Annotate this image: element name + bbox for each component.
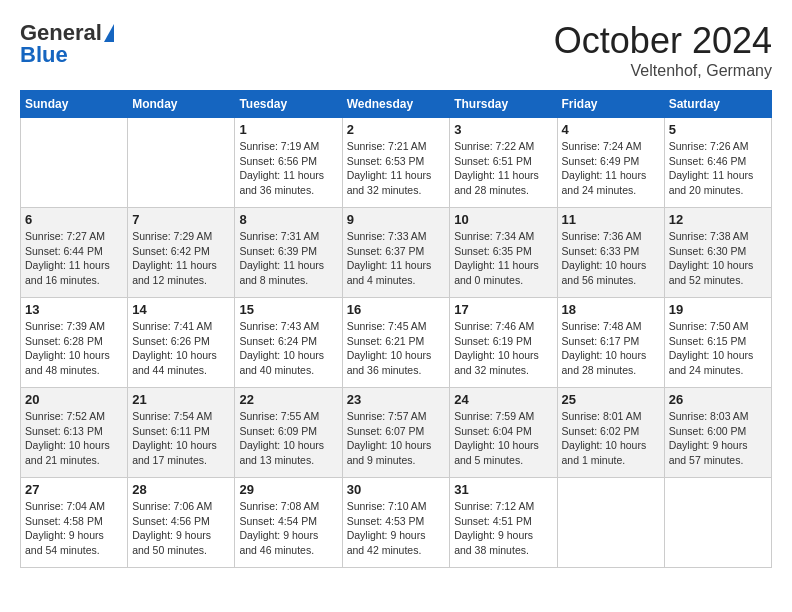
day-number: 17	[454, 302, 552, 317]
cell-content: Sunrise: 8:01 AM Sunset: 6:02 PM Dayligh…	[562, 409, 660, 468]
day-number: 7	[132, 212, 230, 227]
cell-content: Sunrise: 7:19 AM Sunset: 6:56 PM Dayligh…	[239, 139, 337, 198]
calendar-cell: 4Sunrise: 7:24 AM Sunset: 6:49 PM Daylig…	[557, 118, 664, 208]
calendar-cell: 28Sunrise: 7:06 AM Sunset: 4:56 PM Dayli…	[128, 478, 235, 568]
cell-content: Sunrise: 7:29 AM Sunset: 6:42 PM Dayligh…	[132, 229, 230, 288]
day-number: 18	[562, 302, 660, 317]
cell-content: Sunrise: 7:57 AM Sunset: 6:07 PM Dayligh…	[347, 409, 446, 468]
calendar-cell: 8Sunrise: 7:31 AM Sunset: 6:39 PM Daylig…	[235, 208, 342, 298]
day-number: 19	[669, 302, 767, 317]
cell-content: Sunrise: 7:50 AM Sunset: 6:15 PM Dayligh…	[669, 319, 767, 378]
cell-content: Sunrise: 7:41 AM Sunset: 6:26 PM Dayligh…	[132, 319, 230, 378]
day-number: 4	[562, 122, 660, 137]
cell-content: Sunrise: 7:08 AM Sunset: 4:54 PM Dayligh…	[239, 499, 337, 558]
calendar-cell: 12Sunrise: 7:38 AM Sunset: 6:30 PM Dayli…	[664, 208, 771, 298]
cell-content: Sunrise: 7:48 AM Sunset: 6:17 PM Dayligh…	[562, 319, 660, 378]
cell-content: Sunrise: 7:06 AM Sunset: 4:56 PM Dayligh…	[132, 499, 230, 558]
calendar-cell	[557, 478, 664, 568]
day-number: 24	[454, 392, 552, 407]
calendar-table: SundayMondayTuesdayWednesdayThursdayFrid…	[20, 90, 772, 568]
calendar-cell: 6Sunrise: 7:27 AM Sunset: 6:44 PM Daylig…	[21, 208, 128, 298]
calendar-cell: 23Sunrise: 7:57 AM Sunset: 6:07 PM Dayli…	[342, 388, 450, 478]
day-number: 13	[25, 302, 123, 317]
day-number: 27	[25, 482, 123, 497]
cell-content: Sunrise: 7:34 AM Sunset: 6:35 PM Dayligh…	[454, 229, 552, 288]
day-number: 5	[669, 122, 767, 137]
calendar-cell: 31Sunrise: 7:12 AM Sunset: 4:51 PM Dayli…	[450, 478, 557, 568]
day-number: 9	[347, 212, 446, 227]
cell-content: Sunrise: 7:52 AM Sunset: 6:13 PM Dayligh…	[25, 409, 123, 468]
calendar-week-4: 27Sunrise: 7:04 AM Sunset: 4:58 PM Dayli…	[21, 478, 772, 568]
cell-content: Sunrise: 7:43 AM Sunset: 6:24 PM Dayligh…	[239, 319, 337, 378]
day-number: 29	[239, 482, 337, 497]
calendar-cell: 17Sunrise: 7:46 AM Sunset: 6:19 PM Dayli…	[450, 298, 557, 388]
calendar-cell: 9Sunrise: 7:33 AM Sunset: 6:37 PM Daylig…	[342, 208, 450, 298]
day-number: 8	[239, 212, 337, 227]
day-number: 3	[454, 122, 552, 137]
day-number: 23	[347, 392, 446, 407]
calendar-cell: 29Sunrise: 7:08 AM Sunset: 4:54 PM Dayli…	[235, 478, 342, 568]
calendar-week-1: 6Sunrise: 7:27 AM Sunset: 6:44 PM Daylig…	[21, 208, 772, 298]
day-number: 10	[454, 212, 552, 227]
calendar-week-3: 20Sunrise: 7:52 AM Sunset: 6:13 PM Dayli…	[21, 388, 772, 478]
day-number: 16	[347, 302, 446, 317]
month-title: October 2024	[554, 20, 772, 62]
cell-content: Sunrise: 7:45 AM Sunset: 6:21 PM Dayligh…	[347, 319, 446, 378]
day-number: 1	[239, 122, 337, 137]
day-number: 21	[132, 392, 230, 407]
calendar-cell: 25Sunrise: 8:01 AM Sunset: 6:02 PM Dayli…	[557, 388, 664, 478]
cell-content: Sunrise: 7:12 AM Sunset: 4:51 PM Dayligh…	[454, 499, 552, 558]
calendar-cell: 13Sunrise: 7:39 AM Sunset: 6:28 PM Dayli…	[21, 298, 128, 388]
calendar-cell: 2Sunrise: 7:21 AM Sunset: 6:53 PM Daylig…	[342, 118, 450, 208]
calendar-cell: 27Sunrise: 7:04 AM Sunset: 4:58 PM Dayli…	[21, 478, 128, 568]
cell-content: Sunrise: 7:10 AM Sunset: 4:53 PM Dayligh…	[347, 499, 446, 558]
day-number: 25	[562, 392, 660, 407]
calendar-cell: 18Sunrise: 7:48 AM Sunset: 6:17 PM Dayli…	[557, 298, 664, 388]
weekday-header-friday: Friday	[557, 91, 664, 118]
cell-content: Sunrise: 7:59 AM Sunset: 6:04 PM Dayligh…	[454, 409, 552, 468]
calendar-cell: 7Sunrise: 7:29 AM Sunset: 6:42 PM Daylig…	[128, 208, 235, 298]
weekday-header-monday: Monday	[128, 91, 235, 118]
day-number: 26	[669, 392, 767, 407]
calendar-cell: 21Sunrise: 7:54 AM Sunset: 6:11 PM Dayli…	[128, 388, 235, 478]
weekday-header-wednesday: Wednesday	[342, 91, 450, 118]
calendar-cell: 22Sunrise: 7:55 AM Sunset: 6:09 PM Dayli…	[235, 388, 342, 478]
calendar-cell	[128, 118, 235, 208]
cell-content: Sunrise: 7:21 AM Sunset: 6:53 PM Dayligh…	[347, 139, 446, 198]
cell-content: Sunrise: 7:55 AM Sunset: 6:09 PM Dayligh…	[239, 409, 337, 468]
cell-content: Sunrise: 7:26 AM Sunset: 6:46 PM Dayligh…	[669, 139, 767, 198]
cell-content: Sunrise: 7:38 AM Sunset: 6:30 PM Dayligh…	[669, 229, 767, 288]
day-number: 15	[239, 302, 337, 317]
weekday-header-tuesday: Tuesday	[235, 91, 342, 118]
cell-content: Sunrise: 7:31 AM Sunset: 6:39 PM Dayligh…	[239, 229, 337, 288]
cell-content: Sunrise: 7:22 AM Sunset: 6:51 PM Dayligh…	[454, 139, 552, 198]
day-number: 14	[132, 302, 230, 317]
cell-content: Sunrise: 7:54 AM Sunset: 6:11 PM Dayligh…	[132, 409, 230, 468]
day-number: 11	[562, 212, 660, 227]
calendar-cell: 20Sunrise: 7:52 AM Sunset: 6:13 PM Dayli…	[21, 388, 128, 478]
logo: General Blue	[20, 20, 114, 68]
calendar-cell: 3Sunrise: 7:22 AM Sunset: 6:51 PM Daylig…	[450, 118, 557, 208]
cell-content: Sunrise: 7:36 AM Sunset: 6:33 PM Dayligh…	[562, 229, 660, 288]
weekday-header-sunday: Sunday	[21, 91, 128, 118]
cell-content: Sunrise: 7:39 AM Sunset: 6:28 PM Dayligh…	[25, 319, 123, 378]
calendar-week-2: 13Sunrise: 7:39 AM Sunset: 6:28 PM Dayli…	[21, 298, 772, 388]
logo-icon	[104, 24, 114, 42]
location-title: Veltenhof, Germany	[554, 62, 772, 80]
weekday-header-thursday: Thursday	[450, 91, 557, 118]
calendar-cell: 30Sunrise: 7:10 AM Sunset: 4:53 PM Dayli…	[342, 478, 450, 568]
day-number: 6	[25, 212, 123, 227]
cell-content: Sunrise: 7:04 AM Sunset: 4:58 PM Dayligh…	[25, 499, 123, 558]
calendar-cell: 26Sunrise: 8:03 AM Sunset: 6:00 PM Dayli…	[664, 388, 771, 478]
calendar-cell	[21, 118, 128, 208]
page-header: General Blue October 2024 Veltenhof, Ger…	[20, 20, 772, 80]
weekday-header-saturday: Saturday	[664, 91, 771, 118]
cell-content: Sunrise: 7:27 AM Sunset: 6:44 PM Dayligh…	[25, 229, 123, 288]
calendar-cell	[664, 478, 771, 568]
day-number: 31	[454, 482, 552, 497]
day-number: 28	[132, 482, 230, 497]
title-block: October 2024 Veltenhof, Germany	[554, 20, 772, 80]
cell-content: Sunrise: 8:03 AM Sunset: 6:00 PM Dayligh…	[669, 409, 767, 468]
cell-content: Sunrise: 7:46 AM Sunset: 6:19 PM Dayligh…	[454, 319, 552, 378]
calendar-cell: 5Sunrise: 7:26 AM Sunset: 6:46 PM Daylig…	[664, 118, 771, 208]
